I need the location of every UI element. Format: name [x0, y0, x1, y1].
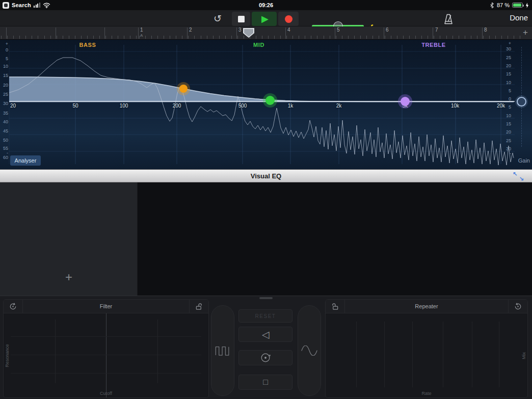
- db-scale-tick: 50: [1, 138, 8, 143]
- gain-scale-plus: +: [502, 41, 511, 46]
- repeater-recenter-button[interactable]: [508, 300, 527, 313]
- band-label-mid: MID: [253, 42, 264, 48]
- db-scale-tick: 45: [1, 128, 8, 134]
- record-button[interactable]: [278, 12, 299, 26]
- done-button[interactable]: Done: [510, 13, 528, 22]
- db-scale-tick: 20: [1, 83, 8, 88]
- grid-line: [11, 373, 201, 374]
- column-divider: [443, 322, 443, 387]
- square-wave-slider[interactable]: [211, 305, 234, 396]
- grid-line: [157, 320, 158, 383]
- panel-drag-handle[interactable]: [259, 297, 273, 299]
- add-track-button[interactable]: +: [62, 270, 75, 284]
- track-area: +: [0, 182, 532, 296]
- eq-marker-mid[interactable]: [265, 96, 275, 105]
- visual-eq-display[interactable]: BASS MID TREBLE + 0 5 10 15 20 25 30 35 …: [0, 40, 532, 169]
- gain-scale-tick: 20: [502, 129, 511, 135]
- stop-icon: [238, 16, 245, 22]
- return-to-app-link[interactable]: Search: [3, 0, 50, 10]
- freq-label: 20: [10, 103, 16, 109]
- wifi-icon: [43, 3, 50, 8]
- db-scale-tick: 5: [1, 56, 8, 61]
- db-scale-tick: 30: [1, 101, 8, 106]
- reset-button[interactable]: RESET: [238, 309, 292, 323]
- timeline-ruler[interactable]: 1 2 3 4 5 6 7 8 A +: [0, 26, 532, 40]
- repeater-header: Repeater: [326, 300, 527, 313]
- column-divider: [499, 322, 499, 387]
- db-scale-tick: 10: [1, 64, 8, 69]
- column-divider: [384, 322, 385, 387]
- measure-number: 5: [337, 27, 340, 33]
- eq-marker-treble[interactable]: [401, 97, 410, 106]
- stop-button[interactable]: [232, 12, 250, 26]
- db-scale-tick: 40: [1, 119, 8, 124]
- measure-number: 2: [189, 27, 192, 33]
- filter-y-axis-label: Resonance: [5, 344, 10, 367]
- db-scale-tick: 35: [1, 111, 8, 116]
- repeater-lock-button[interactable]: [326, 300, 345, 313]
- charging-bolt-icon: [525, 3, 529, 8]
- ruler-minor-ticks: [0, 36, 525, 39]
- gain-scale-minus: -: [502, 151, 511, 156]
- gain-slider-knob[interactable]: [517, 97, 526, 107]
- freq-label: 10k: [451, 103, 459, 109]
- band-label-treble: TREBLE: [421, 42, 446, 48]
- undo-icon: ↺: [214, 13, 222, 24]
- freq-label: 200: [173, 103, 181, 109]
- garageband-screen: Search 09:26 87 % ↺: [0, 0, 532, 399]
- filter-xy-pad[interactable]: Resonance Cutoff: [4, 313, 208, 397]
- add-section-button[interactable]: +: [520, 27, 531, 38]
- measure-number: 6: [386, 27, 389, 33]
- fx-stop-button[interactable]: □: [238, 375, 292, 390]
- expand-icon[interactable]: ↖ ↘: [513, 170, 524, 182]
- play-button[interactable]: ▶: [252, 12, 277, 26]
- reverse-icon: ◁: [262, 329, 270, 340]
- reverse-button[interactable]: ◁: [238, 327, 292, 342]
- cellular-signal-icon: [34, 3, 40, 8]
- repeater-x-axis-label: Rate: [326, 391, 527, 396]
- gain-scale-tick: 25: [502, 55, 511, 60]
- section-marker: A: [140, 33, 143, 38]
- unlocked-icon: [331, 303, 339, 310]
- db-scale-tick: 25: [1, 92, 8, 97]
- metronome-icon: [442, 13, 455, 25]
- plugin-title-bar[interactable]: Visual EQ ↖ ↘: [0, 169, 532, 182]
- measure-number: 7: [435, 27, 438, 33]
- measure-number: 3: [238, 27, 242, 33]
- eq-marker-bass[interactable]: [179, 85, 188, 93]
- recenter-icon: [9, 302, 17, 311]
- transport-toolbar: ↺ ▶ Done: [0, 10, 532, 26]
- sine-wave-slider[interactable]: [298, 305, 321, 396]
- gain-scale-tick: 30: [502, 46, 511, 51]
- gain-scale-tick: 10: [502, 80, 511, 85]
- measure-number: 4: [287, 27, 290, 33]
- db-scale-tick: 60: [1, 155, 8, 160]
- undo-button[interactable]: ↺: [210, 11, 225, 25]
- metronome-button[interactable]: [441, 12, 456, 25]
- band-label-bass: BASS: [79, 42, 96, 48]
- repeater-y-axis-label: Mix: [521, 352, 526, 359]
- column-divider: [472, 322, 472, 387]
- vinyl-icon: [259, 352, 272, 364]
- freq-label: 2k: [336, 103, 342, 109]
- freq-label: 20k: [497, 103, 505, 109]
- battery-icon: [512, 3, 523, 8]
- status-right-cluster: 87 %: [490, 0, 529, 10]
- freq-label: 500: [238, 103, 247, 109]
- gain-scale-tick: 5: [502, 88, 511, 93]
- repeater-pad[interactable]: Mix Rate: [326, 313, 527, 397]
- status-bar: Search 09:26 87 %: [0, 0, 532, 10]
- analyser-toggle-button[interactable]: Analyser: [10, 155, 41, 166]
- filter-lock-button[interactable]: [189, 300, 208, 313]
- battery-percent: 87 %: [497, 2, 510, 8]
- repeater-title: Repeater: [345, 300, 508, 313]
- gain-scale-tick: 25: [502, 138, 511, 143]
- filter-recenter-button[interactable]: [4, 300, 23, 313]
- freq-label: 50: [72, 103, 78, 109]
- db-scale-tick: 0: [1, 47, 8, 52]
- vinyl-spin-button[interactable]: [238, 350, 292, 365]
- analyser-trace: [9, 58, 514, 165]
- unlocked-icon: [195, 303, 203, 310]
- sine-wave-icon: [301, 345, 317, 356]
- bluetooth-icon: [490, 2, 494, 9]
